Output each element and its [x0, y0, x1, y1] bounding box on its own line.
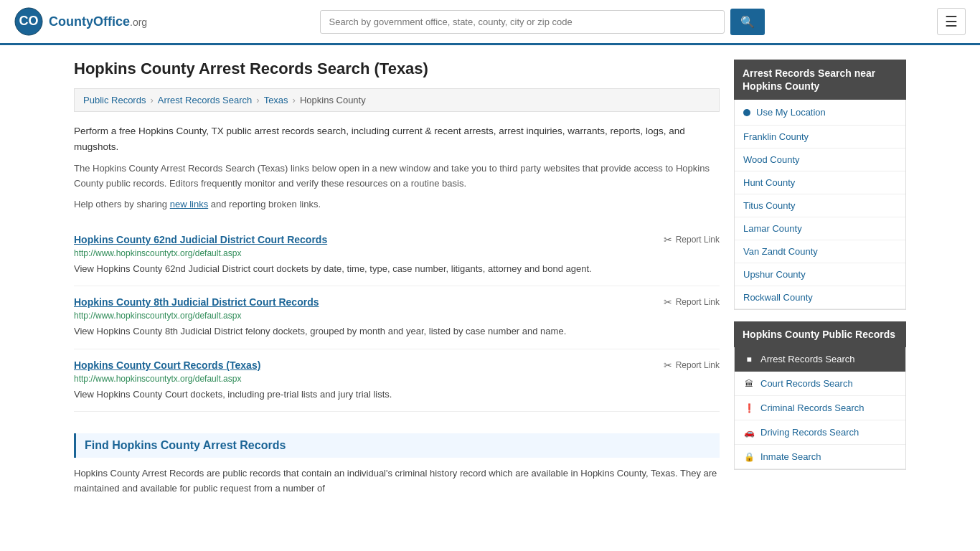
breadcrumb: Public Records › Arrest Records Search ›…: [74, 88, 720, 112]
record-url-2: http://www.hopkinscountytx.org/default.a…: [74, 311, 720, 321]
inmate-search-link[interactable]: Inmate Search: [760, 451, 821, 462]
criminal-records-link[interactable]: Criminal Records Search: [760, 402, 864, 413]
main-container: Hopkins County Arrest Records Search (Te…: [60, 45, 920, 511]
record-desc-2: View Hopkins County 8th Judicial Distric…: [74, 324, 720, 339]
report-link-2[interactable]: ✂ Report Link: [664, 296, 720, 308]
record-entry-3: Hopkins County Court Records (Texas) ✂ R…: [74, 349, 720, 413]
record-url-1: http://www.hopkinscountytx.org/default.a…: [74, 248, 720, 258]
content: Hopkins County Arrest Records Search (Te…: [74, 60, 720, 496]
breadcrumb-sep-1: ›: [150, 95, 153, 105]
sidebar-hunt-county[interactable]: Hunt County: [735, 171, 905, 194]
record-header-1: Hopkins County 62nd Judicial District Co…: [74, 234, 720, 245]
menu-button[interactable]: ☰: [937, 8, 966, 35]
find-section-title: Find Hopkins County Arrest Records: [74, 433, 720, 458]
find-section: Find Hopkins County Arrest Records Hopki…: [74, 423, 720, 496]
record-desc-1: View Hopkins County 62nd Judicial Distri…: [74, 262, 720, 276]
sidebar-van-zandt-county[interactable]: Van Zandt County: [735, 240, 905, 263]
nearby-content: Use My Location Franklin County Wood Cou…: [734, 100, 906, 310]
breadcrumb-sep-3: ›: [293, 95, 296, 105]
use-my-location[interactable]: Use My Location: [735, 100, 905, 126]
inmate-icon: 🔒: [743, 452, 755, 462]
sidebar-upshur-county[interactable]: Upshur County: [735, 263, 905, 286]
find-section-desc: Hopkins County Arrest Records are public…: [74, 466, 720, 496]
search-button[interactable]: 🔍: [730, 9, 765, 35]
header-right: ☰: [937, 8, 966, 35]
court-records-link[interactable]: Court Records Search: [760, 378, 853, 389]
page-title: Hopkins County Arrest Records Search (Te…: [74, 60, 720, 78]
scissors-icon-1: ✂: [664, 234, 672, 245]
sidebar-rockwall-county[interactable]: Rockwall County: [735, 286, 905, 309]
search-area: 🔍: [320, 9, 765, 35]
logo-area: CO CountyOffice.org: [14, 7, 147, 36]
criminal-icon: ❗: [743, 403, 755, 413]
report-link-1[interactable]: ✂ Report Link: [664, 234, 720, 245]
record-entry-2: Hopkins County 8th Judicial District Cou…: [74, 286, 720, 349]
breadcrumb-sep-2: ›: [256, 95, 259, 105]
record-title-2[interactable]: Hopkins County 8th Judicial District Cou…: [74, 296, 319, 308]
logo-icon: CO: [14, 7, 43, 36]
scissors-icon-2: ✂: [664, 296, 672, 308]
record-desc-3: View Hopkins County Court dockets, inclu…: [74, 387, 720, 402]
public-records-content: ■ Arrest Records Search 🏛 Court Records …: [734, 347, 906, 470]
record-title-1[interactable]: Hopkins County 62nd Judicial District Co…: [74, 234, 327, 245]
driving-records-link[interactable]: Driving Records Search: [760, 427, 859, 438]
help-text: Help others by sharing new links and rep…: [74, 199, 720, 209]
new-links[interactable]: new links: [170, 199, 208, 209]
arrest-icon: ■: [743, 354, 755, 364]
court-icon: 🏛: [743, 379, 755, 389]
sidebar: Arrest Records Search near Hopkins Count…: [734, 60, 906, 496]
breadcrumb-texas[interactable]: Texas: [264, 95, 288, 105]
nearby-section: Arrest Records Search near Hopkins Count…: [734, 60, 906, 310]
sidebar-wood-county[interactable]: Wood County: [735, 149, 905, 171]
header: CO CountyOffice.org 🔍 ☰: [0, 0, 980, 45]
breadcrumb-public-records[interactable]: Public Records: [83, 95, 146, 105]
location-dot-icon: [743, 109, 750, 116]
search-input[interactable]: [320, 10, 725, 34]
sidebar-lamar-county[interactable]: Lamar County: [735, 217, 905, 240]
public-records-court[interactable]: 🏛 Court Records Search: [735, 372, 905, 396]
public-records-header: Hopkins County Public Records: [734, 321, 906, 347]
report-link-3[interactable]: ✂ Report Link: [664, 359, 720, 371]
breadcrumb-current: Hopkins County: [300, 95, 366, 105]
public-records-arrest[interactable]: ■ Arrest Records Search: [735, 347, 905, 372]
record-header-3: Hopkins County Court Records (Texas) ✂ R…: [74, 359, 720, 371]
breadcrumb-arrest-records[interactable]: Arrest Records Search: [158, 95, 253, 105]
logo-text: CountyOffice.org: [49, 14, 147, 29]
svg-text:CO: CO: [19, 14, 39, 28]
public-records-driving[interactable]: 🚗 Driving Records Search: [735, 420, 905, 445]
public-records-section: Hopkins County Public Records ■ Arrest R…: [734, 321, 906, 470]
intro-text2: The Hopkins County Arrest Records Search…: [74, 161, 720, 192]
nearby-header: Arrest Records Search near Hopkins Count…: [734, 60, 906, 100]
sidebar-franklin-county[interactable]: Franklin County: [735, 126, 905, 149]
driving-icon: 🚗: [743, 428, 755, 438]
record-header-2: Hopkins County 8th Judicial District Cou…: [74, 296, 720, 308]
record-entry-1: Hopkins County 62nd Judicial District Co…: [74, 224, 720, 287]
record-title-3[interactable]: Hopkins County Court Records (Texas): [74, 359, 260, 371]
public-records-inmate[interactable]: 🔒 Inmate Search: [735, 445, 905, 469]
public-records-criminal[interactable]: ❗ Criminal Records Search: [735, 396, 905, 420]
record-url-3: http://www.hopkinscountytx.org/default.a…: [74, 374, 720, 384]
scissors-icon-3: ✂: [664, 359, 672, 371]
intro-text: Perform a free Hopkins County, TX public…: [74, 123, 720, 154]
sidebar-titus-county[interactable]: Titus County: [735, 194, 905, 217]
